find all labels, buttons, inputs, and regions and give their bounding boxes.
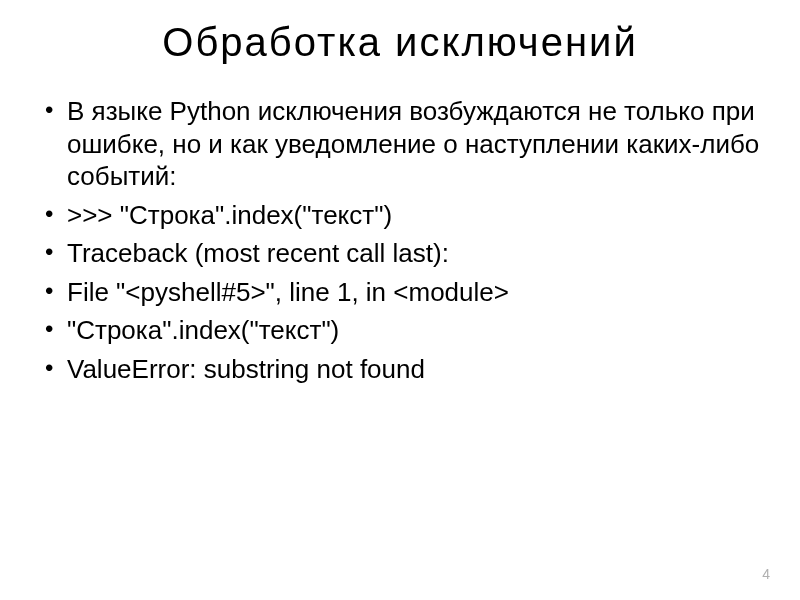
slide-title: Обработка исключений bbox=[40, 20, 760, 65]
bullet-item: >>> "Строка".index("текст") bbox=[45, 199, 760, 232]
page-number: 4 bbox=[762, 566, 770, 582]
bullet-item: В языке Python исключения возбуждаются н… bbox=[45, 95, 760, 193]
bullet-item: ValueError: substring not found bbox=[45, 353, 760, 386]
bullet-item: File "<pyshell#5>", line 1, in <module> bbox=[45, 276, 760, 309]
bullet-item: "Строка".index("текст") bbox=[45, 314, 760, 347]
bullet-item: Traceback (most recent call last): bbox=[45, 237, 760, 270]
bullet-list: В языке Python исключения возбуждаются н… bbox=[40, 95, 760, 385]
